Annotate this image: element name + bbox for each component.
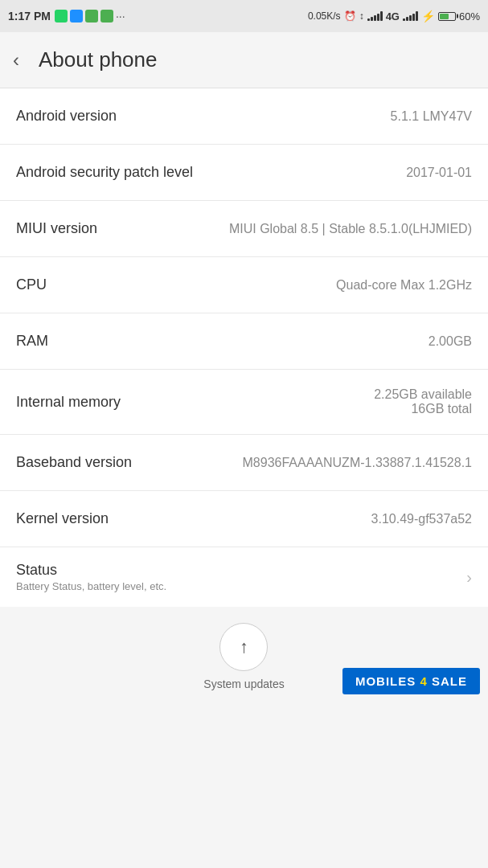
internal-memory-row: Internal memory 2.25GB available 16GB to… <box>0 370 488 435</box>
status-row[interactable]: Status Battery Status, battery level, et… <box>0 547 488 607</box>
status-label: Status <box>16 562 99 579</box>
security-patch-label: Android security patch level <box>16 164 193 181</box>
ram-value: 2.00GB <box>56 334 472 349</box>
security-patch-value: 2017-01-01 <box>201 166 472 180</box>
mobiles-badge: MOBILES 4 SALE <box>342 668 480 694</box>
kernel-version-value: 3.10.49-gf537a52 <box>117 512 472 526</box>
internal-memory-label: Internal memory <box>16 394 121 411</box>
network-speed: 0.05K/s <box>308 10 341 22</box>
page-title: About phone <box>39 47 157 72</box>
more-dots: ··· <box>116 10 125 23</box>
android-version-row: Android version 5.1.1 LMY47V <box>0 88 488 145</box>
status-label-group: Status Battery Status, battery level, et… <box>16 562 166 592</box>
vibrate-icon: ↕ <box>359 10 364 22</box>
system-updates-button[interactable]: ↑ <box>219 623 268 671</box>
android-version-label: Android version <box>16 108 117 125</box>
cpu-value: Quad-core Max 1.2GHz <box>55 278 472 293</box>
system-updates-area: ↑ System updates <box>203 607 284 698</box>
security-patch-row: Android security patch level 2017-01-01 <box>0 145 488 201</box>
battery-icon <box>438 12 456 21</box>
info-list: Android version 5.1.1 LMY47V Android sec… <box>0 88 488 607</box>
system-updates-label: System updates <box>203 678 284 690</box>
whatsapp-icon <box>55 10 68 23</box>
miui-version-row: MIUI version MIUI Global 8.5 | Stable 8.… <box>0 201 488 257</box>
status-bar: 1:17 PM ··· 0.05K/s ⏰ ↕ 4G <box>0 0 488 32</box>
bottom-section: ↑ System updates MOBILES 4 SALE <box>0 607 488 698</box>
upload-icon: ↑ <box>240 637 248 657</box>
charging-icon: ⚡ <box>421 10 435 23</box>
app-icon-1 <box>70 10 83 23</box>
ram-row: RAM 2.00GB <box>0 313 488 370</box>
signal-icon-2 <box>403 11 418 21</box>
header: ‹ About phone <box>0 32 488 88</box>
cpu-row: CPU Quad-core Max 1.2GHz <box>0 257 488 313</box>
app-icon-3 <box>100 10 113 23</box>
battery-percent: 60% <box>459 10 480 23</box>
mobiles-text: MOBILES <box>355 674 420 688</box>
kernel-version-row: Kernel version 3.10.49-gf537a52 <box>0 491 488 547</box>
cpu-label: CPU <box>16 276 47 293</box>
chevron-right-icon: › <box>466 568 472 587</box>
baseband-version-label: Baseband version <box>16 454 132 471</box>
alarm-icon: ⏰ <box>344 10 356 22</box>
status-time: 1:17 PM <box>8 10 51 23</box>
internal-memory-value: 2.25GB available 16GB total <box>129 387 472 416</box>
four-highlight: 4 <box>420 674 427 688</box>
sale-text: SALE <box>428 674 467 688</box>
app-icon-2 <box>85 10 98 23</box>
status-right: 0.05K/s ⏰ ↕ 4G ⚡ 60% <box>308 10 480 23</box>
network-type: 4G <box>386 10 400 23</box>
kernel-version-label: Kernel version <box>16 510 109 527</box>
signal-icon <box>367 11 383 21</box>
android-version-value: 5.1.1 LMY47V <box>125 109 472 124</box>
baseband-version-value: M8936FAAAANUZM-1.33887.1.41528.1 <box>140 456 472 470</box>
status-sub-label: Battery Status, battery level, etc. <box>16 580 166 592</box>
back-button[interactable]: ‹ <box>13 46 26 75</box>
ram-label: RAM <box>16 333 48 350</box>
status-left: 1:17 PM ··· <box>8 10 125 23</box>
status-icons: ··· <box>55 10 125 23</box>
miui-version-value: MIUI Global 8.5 | Stable 8.5.1.0(LHJMIED… <box>105 222 472 236</box>
baseband-version-row: Baseband version M8936FAAAANUZM-1.33887.… <box>0 435 488 491</box>
miui-version-label: MIUI version <box>16 220 97 237</box>
